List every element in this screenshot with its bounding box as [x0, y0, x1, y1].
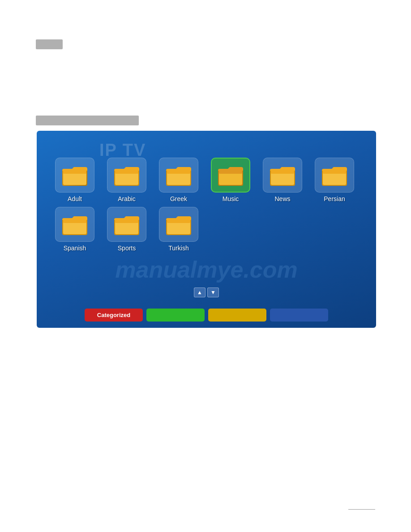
svg-rect-27: [167, 219, 190, 223]
folder-label-spanish: Spanish: [64, 245, 86, 252]
folder-label-arabic: Arabic: [118, 195, 136, 202]
folder-icon-arabic: [107, 158, 146, 193]
folder-label-persian: Persian: [324, 195, 345, 202]
svg-rect-9: [167, 170, 190, 174]
nav-up-button[interactable]: ▲: [194, 287, 206, 297]
folder-row-1: Adult Arabic: [50, 158, 363, 202]
folder-greek[interactable]: Greek: [154, 158, 203, 202]
folder-icon-sports: [107, 207, 146, 242]
blue-button[interactable]: [270, 309, 328, 322]
folder-adult[interactable]: Adult: [50, 158, 99, 202]
folder-music[interactable]: Music: [206, 158, 255, 202]
green-button[interactable]: [146, 309, 205, 322]
iptv-panel: IP TV: [37, 131, 376, 328]
folder-icon-greek: [159, 158, 198, 193]
section-bar: [36, 116, 139, 125]
folder-icon-news: [263, 158, 302, 193]
folder-label-news: News: [274, 195, 290, 202]
folder-spanish[interactable]: Spanish: [50, 207, 99, 252]
svg-rect-6: [115, 170, 138, 174]
folders-container: Adult Arabic: [50, 158, 363, 256]
svg-rect-3: [63, 170, 86, 174]
bottom-line: [348, 509, 375, 510]
svg-rect-21: [63, 219, 86, 223]
folder-label-music: Music: [223, 195, 239, 202]
watermark: manualmye.com: [115, 256, 298, 283]
categorized-button[interactable]: Categorized: [85, 309, 143, 322]
folder-persian[interactable]: Persian: [310, 158, 359, 202]
yellow-button[interactable]: [208, 309, 266, 322]
folder-sports[interactable]: Sports: [102, 207, 151, 252]
folder-row-2: Spanish Sports: [50, 207, 363, 252]
folder-turkish[interactable]: Turkish: [154, 207, 203, 252]
header-bar: [36, 39, 63, 49]
folder-label-adult: Adult: [68, 195, 82, 202]
folder-arabic[interactable]: Arabic: [102, 158, 151, 202]
svg-rect-12: [219, 170, 242, 174]
folder-icon-adult: [55, 158, 94, 193]
svg-rect-15: [271, 170, 294, 174]
folder-icon-music: [211, 158, 250, 193]
svg-rect-18: [323, 170, 346, 174]
nav-arrows: ▲ ▼: [194, 287, 219, 297]
iptv-title: IP TV: [99, 141, 146, 160]
svg-rect-24: [115, 219, 138, 223]
folder-label-turkish: Turkish: [168, 245, 188, 252]
folder-icon-turkish: [159, 207, 198, 242]
nav-down-button[interactable]: ▼: [207, 287, 219, 297]
folder-icon-spanish: [55, 207, 94, 242]
folder-label-sports: Sports: [118, 245, 136, 252]
folder-icon-persian: [315, 158, 354, 193]
folder-label-greek: Greek: [170, 195, 187, 202]
bottom-buttons: Categorized: [37, 309, 376, 322]
folder-news[interactable]: News: [258, 158, 307, 202]
